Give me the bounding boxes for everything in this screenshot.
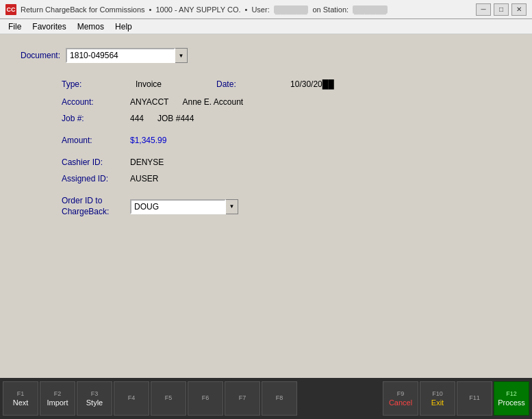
assigned-value: AUSER [130,174,158,183]
menu-memos[interactable]: Memos [72,21,110,33]
app-icon: CC [5,4,16,15]
type-value: Invoice [136,79,162,89]
window-controls: ─ □ ✕ [476,3,527,16]
title-bar-left: CC Return ChargeBack for Commissions • 1… [5,4,388,15]
main-content: Document: ▼ Type: Invoice Date: 10/30/20… [0,34,532,378]
menu-file[interactable]: File [3,21,27,33]
separator2: • [245,5,248,14]
amount-value: $1,345.99 [130,136,166,145]
orderid-label: Order ID to ChargeBack: [62,196,130,217]
f5-button[interactable]: F5 [151,381,186,416]
orderid-select-wrapper: DOUG ▼ [130,199,238,214]
amount-label: Amount: [62,136,130,145]
date-value: 10/30/20██ [290,79,334,89]
f6-button[interactable]: F6 [188,381,223,416]
close-button[interactable]: ✕ [511,3,527,16]
orderid-select[interactable]: DOUG [130,199,226,214]
station-value: ██████ [353,5,388,14]
type-label: Type: [62,79,130,89]
company-name: 1000 - ANY SUPPLY CO. [155,5,240,14]
f1-next-button[interactable]: F1 Next [3,381,38,416]
date-label: Date: [216,79,285,89]
f10-exit-button[interactable]: F10 Exit [420,381,455,416]
orderid-row: Order ID to ChargeBack: DOUG ▼ [62,196,511,217]
job-number: 444 [130,114,144,123]
date-field: Date: 10/30/20██ [216,79,348,89]
assigned-label: Assigned ID: [62,174,130,183]
f7-button[interactable]: F7 [225,381,260,416]
f11-button[interactable]: F11 [457,381,492,416]
station-label: on Station: [312,5,349,14]
job-label: Job #: [62,114,130,123]
assigned-row: Assigned ID: AUSER [62,174,511,183]
separator1: • [149,5,152,14]
account-name: Anne E. Account [182,97,243,107]
f2-import-button[interactable]: F2 Import [40,381,75,416]
cashier-value: DENYSE [130,157,164,167]
f9-cancel-button[interactable]: F9 Cancel [383,381,418,416]
f12-process-button[interactable]: F12 Process [494,381,529,416]
info-section: Type: Invoice Date: 10/30/20██ Account: … [62,79,511,217]
minimize-button[interactable]: ─ [476,3,491,16]
document-label: Document: [21,51,60,60]
app-title: Return ChargeBack for Commissions [21,5,145,14]
type-date-row: Type: Invoice Date: 10/30/20██ [62,79,511,89]
f8-button[interactable]: F8 [262,381,297,416]
account-row: Account: ANYACCT Anne E. Account [62,97,511,107]
document-input[interactable] [66,48,175,63]
account-code: ANYACCT [130,97,168,107]
cashier-row: Cashier ID: DENYSE [62,157,511,167]
amount-row: Amount: $1,345.99 [62,136,511,145]
cashier-label: Cashier ID: [62,157,130,167]
type-field: Type: Invoice [62,79,175,89]
menu-favorites[interactable]: Favorites [27,21,71,33]
document-row: Document: ▼ [21,48,511,63]
bottom-toolbar: F1 Next F2 Import F3 Style F4 F5 F6 F7 F… [0,378,532,419]
user-label: User: [251,5,269,14]
document-dropdown-button[interactable]: ▼ [175,48,188,63]
title-bar: CC Return ChargeBack for Commissions • 1… [0,0,532,19]
menu-help[interactable]: Help [110,21,138,33]
f4-button[interactable]: F4 [114,381,149,416]
f3-style-button[interactable]: F3 Style [77,381,112,416]
job-name: JOB #444 [157,114,194,123]
user-value: ██████ [274,5,309,14]
job-row: Job #: 444 JOB #444 [62,114,511,123]
menu-bar: File Favorites Memos Help [0,19,532,34]
restore-button[interactable]: □ [494,3,509,16]
account-label: Account: [62,97,130,107]
orderid-dropdown-arrow[interactable]: ▼ [226,199,238,214]
